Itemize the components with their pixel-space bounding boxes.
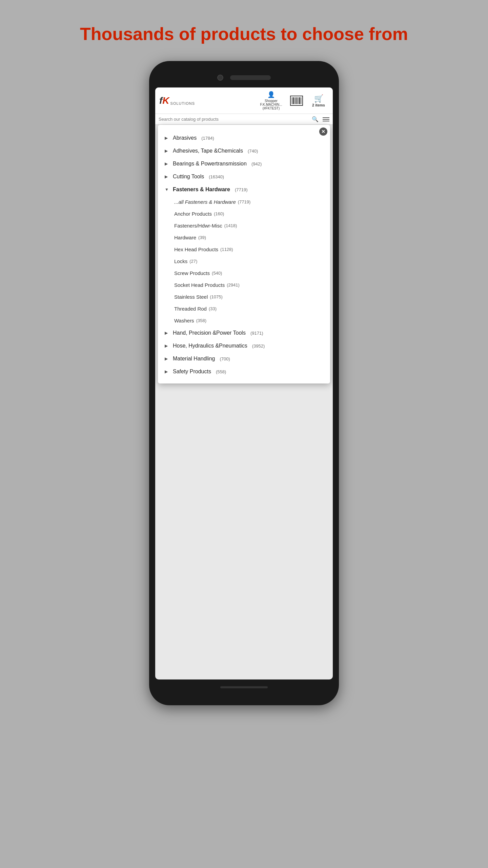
logo-area: f K SOLUTIONS <box>159 95 255 106</box>
category-item-material[interactable]: ▶Material Handling (700) <box>163 352 325 365</box>
more-category-list: ▶Hand, Precision &Power Tools (9171)▶Hos… <box>163 327 325 378</box>
phone-screen: f K SOLUTIONS 👤 Shopper F.K.MACHIN... (#… <box>155 87 333 679</box>
category-modal: ✕ ▶Abrasives (1784)▶Adhesives, Tape &Che… <box>158 125 330 383</box>
subcategory-item-stainless[interactable]: Stainless Steel (1075) <box>173 291 325 303</box>
category-count-hose: (3952) <box>252 343 265 349</box>
menu-bar-1 <box>323 117 329 118</box>
subcategory-name-threaded: Threaded Rod <box>174 306 207 312</box>
subcategory-count-washers: (358) <box>196 318 206 323</box>
category-item-hand-tools[interactable]: ▶Hand, Precision &Power Tools (9171) <box>163 327 325 339</box>
subcategory-name-fasteners-misc: Fasteners/Hdwr-Misc <box>174 223 222 229</box>
chevron-right-icon: ▶ <box>165 343 169 348</box>
chevron-right-icon: ▶ <box>165 161 169 166</box>
subcategory-name-locks: Locks <box>174 258 187 264</box>
page-headline: Thousands of products to choose from <box>7 24 481 44</box>
subcategory-item-washers[interactable]: Washers (358) <box>173 315 325 327</box>
category-name-bearings: Bearings & Powertransmission <box>173 161 247 167</box>
cart-icon: 🛒 <box>314 94 323 103</box>
category-list: ▶Abrasives (1784)▶Adhesives, Tape &Chemi… <box>163 132 325 327</box>
app-header: f K SOLUTIONS 👤 Shopper F.K.MACHIN... (#… <box>155 87 333 114</box>
category-item-cutting[interactable]: ▶Cutting Tools (16340) <box>163 170 325 183</box>
logo-k: K <box>162 95 169 106</box>
category-name-hand-tools: Hand, Precision &Power Tools <box>173 330 246 336</box>
chevron-right-icon: ▶ <box>165 174 169 179</box>
user-icon: 👤 <box>267 91 275 98</box>
category-item-adhesives[interactable]: ▶Adhesives, Tape &Chemicals (740) <box>163 144 325 157</box>
subcategory-name-hex-head: Hex Head Products <box>174 246 218 252</box>
subcategory-count-anchor: (160) <box>214 211 224 216</box>
subcategory-item-locks[interactable]: Locks (27) <box>173 255 325 267</box>
category-name-abrasives: Abrasives <box>173 135 197 141</box>
category-count-material: (700) <box>220 356 230 361</box>
category-item-bearings[interactable]: ▶Bearings & Powertransmission (942) <box>163 157 325 170</box>
chevron-right-icon: ▶ <box>165 356 169 361</box>
menu-bar-2 <box>323 119 329 120</box>
search-bar: 🔍 <box>155 114 333 125</box>
phone-bottom-bar <box>220 686 268 688</box>
subcategory-count-socket-head: (2941) <box>227 282 240 288</box>
subcategory-name-washers: Washers <box>174 318 194 323</box>
subcategory-name-screw: Screw Products <box>174 270 210 276</box>
search-icon[interactable]: 🔍 <box>312 116 319 122</box>
subcategory-count-all-fasteners: (7719) <box>238 199 251 204</box>
logo-solutions: SOLUTIONS <box>170 101 195 105</box>
barcode-scanner-button[interactable] <box>290 96 303 106</box>
category-count-fasteners: (7719) <box>235 187 248 192</box>
logo-f: f <box>159 95 162 106</box>
category-item-abrasives[interactable]: ▶Abrasives (1784) <box>163 132 325 144</box>
category-count-safety: (558) <box>216 369 226 374</box>
subcategory-name-all-fasteners: ...all Fasteners & Hardware <box>174 199 236 205</box>
subcategory-count-hardware: (39) <box>198 235 206 240</box>
subcategory-item-socket-head[interactable]: Socket Head Products (2941) <box>173 279 325 291</box>
phone-shell: f K SOLUTIONS 👤 Shopper F.K.MACHIN... (#… <box>149 61 339 705</box>
menu-bar-3 <box>323 121 329 121</box>
subcategory-count-locks: (27) <box>189 259 197 264</box>
subcategory-name-hardware: Hardware <box>174 235 196 240</box>
subcategory-list-fasteners: ...all Fasteners & Hardware (7719)Anchor… <box>163 196 325 327</box>
category-name-hose: Hose, Hydraulics &Pneumatics <box>173 343 247 349</box>
category-count-adhesives: (740) <box>248 149 258 154</box>
user-code: (#FKTEST) <box>263 106 280 110</box>
subcategory-item-hardware[interactable]: Hardware (39) <box>173 232 325 243</box>
subcategory-count-fasteners-misc: (1418) <box>224 223 237 228</box>
category-name-safety: Safety Products <box>173 369 211 375</box>
subcategory-name-anchor: Anchor Products <box>174 211 212 217</box>
subcategory-item-fasteners-misc[interactable]: Fasteners/Hdwr-Misc (1418) <box>173 220 325 232</box>
category-name-adhesives: Adhesives, Tape &Chemicals <box>173 148 243 154</box>
close-icon: ✕ <box>321 129 325 134</box>
subcategory-name-socket-head: Socket Head Products <box>174 282 225 288</box>
cart-button[interactable]: 🛒 2 items <box>308 94 329 107</box>
phone-speaker <box>230 75 271 80</box>
search-input[interactable] <box>159 117 310 122</box>
category-name-fasteners: Fasteners & Hardware <box>173 186 230 193</box>
category-item-fasteners[interactable]: ▼Fasteners & Hardware (7719) <box>163 183 325 196</box>
chevron-right-icon: ▶ <box>165 136 169 140</box>
category-count-cutting: (16340) <box>209 174 224 179</box>
category-item-safety[interactable]: ▶Safety Products (558) <box>163 365 325 378</box>
barcode-icon <box>290 96 303 106</box>
chevron-right-icon: ▶ <box>165 149 169 153</box>
phone-camera <box>217 75 223 81</box>
subcategory-count-hex-head: (1128) <box>220 247 233 252</box>
category-count-hand-tools: (9171) <box>250 331 263 336</box>
chevron-right-icon: ▶ <box>165 369 169 374</box>
subcategory-item-threaded[interactable]: Threaded Rod (33) <box>173 303 325 315</box>
modal-close-button[interactable]: ✕ <box>319 127 327 136</box>
user-label: Shopper <box>265 99 278 103</box>
subcategory-item-all-fasteners[interactable]: ...all Fasteners & Hardware (7719) <box>173 196 325 208</box>
main-content: F ✕ ▶Abrasives (1784)▶Adhesives, Tape &C… <box>155 125 333 175</box>
chevron-down-icon: ▼ <box>165 187 169 192</box>
category-item-hose[interactable]: ▶Hose, Hydraulics &Pneumatics (3952) <box>163 339 325 352</box>
subcategory-name-stainless: Stainless Steel <box>174 294 208 300</box>
category-name-material: Material Handling <box>173 356 215 362</box>
header-user[interactable]: 👤 Shopper F.K.MACHIN... (#FKTEST) <box>258 91 285 110</box>
subcategory-item-anchor[interactable]: Anchor Products (160) <box>173 208 325 220</box>
user-name: F.K.MACHIN... <box>260 103 282 106</box>
subcategory-count-threaded: (33) <box>209 306 217 311</box>
hamburger-menu-button[interactable] <box>323 117 329 121</box>
category-count-abrasives: (1784) <box>201 136 214 141</box>
chevron-right-icon: ▶ <box>165 331 169 335</box>
subcategory-item-hex-head[interactable]: Hex Head Products (1128) <box>173 243 325 255</box>
subcategory-item-screw[interactable]: Screw Products (540) <box>173 267 325 279</box>
category-count-bearings: (942) <box>251 161 262 166</box>
